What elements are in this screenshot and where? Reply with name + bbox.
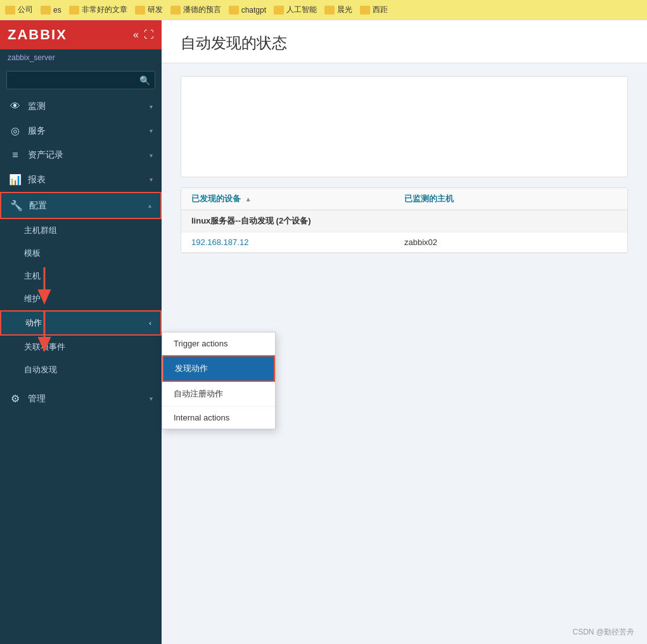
folder-icon <box>170 6 181 15</box>
chevron-down-icon: ▾ <box>150 103 153 110</box>
chevron-down-icon: ▾ <box>150 176 153 183</box>
sidebar: ZABBIX « ⛶ zabbix_server 🔍 👁 监测 ▾ ◎ 服务 ▾ <box>0 20 162 644</box>
sidebar-header: ZABBIX « ⛶ <box>0 20 162 49</box>
chevron-down-icon: ▾ <box>150 395 153 402</box>
actions-dropdown: Trigger actions 发现动作 自动注册动作 Internal act… <box>162 332 276 429</box>
folder-icon <box>274 6 284 15</box>
sidebar-item-admin[interactable]: ⚙ 管理 ▾ <box>0 386 162 411</box>
column-header-devices[interactable]: 已发现的设备 ▲ <box>191 193 404 205</box>
app-container: ZABBIX « ⛶ zabbix_server 🔍 👁 监测 ▾ ◎ 服务 ▾ <box>0 20 647 644</box>
monitor-icon: 👁 <box>9 101 22 112</box>
service-icon: ◎ <box>9 125 22 137</box>
sidebar-header-icons: « ⛶ <box>133 29 154 41</box>
sidebar-item-service[interactable]: ◎ 服务 ▾ <box>0 118 162 143</box>
content-area: 已发现的设备 ▲ 已监测的主机 linux服务器--自动发现 (2个设备) 19… <box>162 63 647 266</box>
filter-panel <box>181 76 628 177</box>
assets-icon: ≡ <box>9 149 22 161</box>
folder-icon <box>41 6 51 15</box>
bookmark-gongsi[interactable]: 公司 <box>5 4 33 15</box>
nav-section: 👁 监测 ▾ ◎ 服务 ▾ ≡ 资产记录 ▾ 📊 报表 ▾ <box>0 94 162 644</box>
dropdown-item-discovery-actions[interactable]: 发现动作 <box>162 355 275 382</box>
watermark: CSDN @勤径苦舟 <box>572 627 634 638</box>
data-table: 已发现的设备 ▲ 已监测的主机 linux服务器--自动发现 (2个设备) 19… <box>181 187 628 253</box>
bookmark-es[interactable]: es <box>41 6 61 15</box>
folder-icon <box>135 6 145 15</box>
folder-icon <box>324 6 335 15</box>
sidebar-item-assets[interactable]: ≡ 资产记录 ▾ <box>0 143 162 167</box>
chevron-up-icon: ▴ <box>148 202 151 209</box>
device-cell[interactable]: 192.168.187.12 <box>191 237 404 247</box>
zabbix-logo: ZABBIX <box>8 27 67 43</box>
sidebar-item-autodiscovery[interactable]: 自动发现 <box>0 358 162 381</box>
sidebar-item-hosts[interactable]: 主机 <box>0 265 162 287</box>
folder-icon <box>360 6 370 15</box>
server-name: zabbix_server <box>0 49 162 66</box>
bookmark-chatgpt[interactable]: chatgpt <box>229 6 266 15</box>
folder-icon <box>5 6 15 15</box>
sidebar-item-event-correlation[interactable]: 关联项事件 <box>0 336 162 358</box>
page-title: 自动发现的状态 <box>181 33 628 53</box>
host-cell: zabbix02 <box>404 237 617 247</box>
folder-icon <box>69 6 79 15</box>
chevron-down-icon: ▾ <box>150 152 153 159</box>
table-header: 已发现的设备 ▲ 已监测的主机 <box>181 188 627 210</box>
chevron-left-icon: ‹ <box>149 319 151 327</box>
collapse-icon[interactable]: « <box>133 29 139 41</box>
bookmark-pande[interactable]: 潘德的预言 <box>170 4 221 15</box>
bookmark-feichang[interactable]: 非常好的文章 <box>69 4 127 15</box>
chevron-down-icon: ▾ <box>150 127 153 134</box>
search-box: 🔍 <box>6 71 155 89</box>
column-header-hosts[interactable]: 已监测的主机 <box>404 193 617 205</box>
folder-icon <box>229 6 239 15</box>
search-input[interactable] <box>6 71 155 89</box>
group-row: linux服务器--自动发现 (2个设备) <box>181 210 627 232</box>
page-header: 自动发现的状态 <box>162 20 647 63</box>
sidebar-item-actions[interactable]: 动作 ‹ <box>0 310 162 336</box>
expand-icon[interactable]: ⛶ <box>144 29 154 41</box>
sidebar-item-monitor[interactable]: 👁 监测 ▾ <box>0 94 162 118</box>
dropdown-item-trigger-actions[interactable]: Trigger actions <box>162 332 275 355</box>
config-icon: 🔧 <box>10 199 23 212</box>
bookmark-yanfa[interactable]: 研发 <box>135 4 163 15</box>
bookmark-chenguang[interactable]: 晨光 <box>324 4 352 15</box>
sidebar-item-maintenance[interactable]: 维护 <box>0 287 162 310</box>
dropdown-item-internal-actions[interactable]: Internal actions <box>162 407 275 429</box>
sort-arrow-icon: ▲ <box>245 196 252 203</box>
bookmark-xiju[interactable]: 西距 <box>360 4 388 15</box>
dropdown-item-auto-register[interactable]: 自动注册动作 <box>162 382 275 407</box>
bookmarks-bar: 公司 es 非常好的文章 研发 潘德的预言 chatgpt 人工智能 晨光 西距 <box>0 0 647 20</box>
bookmark-ai[interactable]: 人工智能 <box>274 4 317 15</box>
sidebar-item-config[interactable]: 🔧 配置 ▴ <box>0 192 162 219</box>
sidebar-item-reports[interactable]: 📊 报表 ▾ <box>0 167 162 192</box>
group-label: linux服务器--自动发现 (2个设备) <box>191 215 404 227</box>
sidebar-item-templates[interactable]: 模板 <box>0 242 162 265</box>
admin-icon: ⚙ <box>9 393 22 405</box>
search-icon[interactable]: 🔍 <box>139 75 150 85</box>
reports-icon: 📊 <box>9 174 22 186</box>
table-row: 192.168.187.12 zabbix02 <box>181 232 627 253</box>
sidebar-item-hostgroups[interactable]: 主机群组 <box>0 219 162 242</box>
